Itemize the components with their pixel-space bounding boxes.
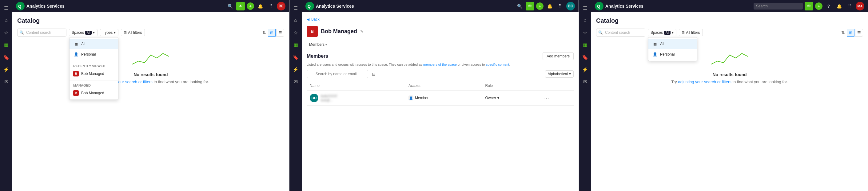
sidebar-menu-icon-3[interactable]: ☰ — [580, 2, 591, 13]
bell-button-3[interactable]: 🔔 — [835, 2, 843, 10]
user-icon-dropdown-3: 👤 — [652, 51, 658, 57]
sidebar-star-icon[interactable]: ☆ — [1, 27, 12, 38]
space-header-2: B Bob Managed ✎ — [307, 26, 574, 37]
panel-1: ☰ ⌂ ☆ ▦ 🔖 ⚡ ✉ Q Analytics Services — [0, 0, 289, 191]
member-name-2: bob////////// — [321, 94, 337, 98]
no-results-chart-1 — [132, 49, 169, 67]
dropdown-all-1[interactable]: ▦ All — [69, 39, 118, 49]
space-nav-2: Members ▾ — [307, 41, 574, 48]
specific-content-link-2[interactable]: specific content — [486, 63, 509, 66]
dropdown-managed-bob-1[interactable]: B Bob Managed — [69, 88, 118, 98]
svg-text:Q: Q — [308, 4, 311, 9]
sidebar-1: ☰ ⌂ ☆ ▦ 🔖 ⚡ ✉ — [0, 0, 12, 191]
topbar-title-2: Analytics Services — [316, 4, 354, 9]
dropdown-managed-bob-label-1: Bob Managed — [81, 91, 104, 95]
adjust-link-3[interactable]: adjusting your search or filters — [678, 80, 731, 84]
sort-icon-1[interactable]: ⇅ — [261, 29, 267, 37]
topbar-search-3[interactable] — [753, 3, 803, 9]
table-row-2: BO bob////////// bob@... 👤 — [307, 90, 574, 106]
sidebar-catalog-icon[interactable]: ▦ — [1, 39, 12, 50]
sidebar-catalog-icon-3[interactable]: ▦ — [580, 39, 591, 50]
add-members-button-2[interactable]: Add members — [542, 52, 574, 60]
sidebar-home-icon[interactable]: ⌂ — [1, 15, 12, 26]
sidebar-message-icon[interactable]: ✉ — [1, 76, 12, 87]
member-icon-2: 👤 — [408, 96, 413, 101]
avatar-button-1[interactable]: BE — [277, 2, 285, 10]
add-button-3[interactable]: + — [815, 2, 823, 10]
avatar-button-2[interactable]: BO — [566, 2, 575, 10]
sidebar-bookmark-icon-2[interactable]: 🔖 — [290, 51, 301, 63]
dropdown-divider-rv-1 — [69, 61, 118, 61]
spaces-label-1: Spaces — [72, 30, 84, 35]
sidebar-message-icon-3[interactable]: ✉ — [580, 76, 591, 87]
space-nav-members-2[interactable]: Members ▾ — [307, 41, 330, 48]
grid-view-btn-3[interactable]: ⊞ — [847, 29, 855, 37]
grid-button-3[interactable]: ⠿ — [845, 2, 854, 10]
topbar-actions-1: 🔍 👁 + 🔔 ⠿ BE — [226, 2, 285, 10]
managed-bob-icon-1: B — [73, 90, 79, 96]
sidebar-connection-icon-3[interactable]: ⚡ — [580, 64, 591, 75]
dropdown-personal-1[interactable]: 👤 Personal — [69, 49, 118, 60]
dropdown-rv-bob-label-1: Bob Managed — [81, 72, 104, 76]
spaces-filter-3[interactable]: Spaces All ▾ ▦ All 👤 Personal — [648, 29, 676, 36]
sidebar-bookmark-icon-3[interactable]: 🔖 — [580, 51, 591, 63]
sidebar-connection-icon[interactable]: ⚡ — [1, 64, 12, 75]
members-search-input-2[interactable] — [307, 70, 368, 78]
content-2: ◀ Back B Bob Managed ✎ Members ▾ — [302, 12, 579, 191]
sidebar-bookmark-icon[interactable]: 🔖 — [1, 51, 12, 63]
sidebar-home-icon-3[interactable]: ⌂ — [580, 15, 591, 26]
dropdown-divider-m-1 — [69, 80, 118, 80]
main-3: Q Analytics Services 👁 + ? 🔔 ⠿ MA Catalo — [591, 0, 868, 191]
sidebar-message-icon-2[interactable]: ✉ — [290, 76, 301, 87]
grid-view-btn-1[interactable]: ⊞ — [268, 29, 276, 37]
sidebar-star-icon-2[interactable]: ☆ — [290, 27, 301, 38]
sort-icon-3[interactable]: ⇅ — [840, 29, 846, 37]
edit-icon-2[interactable]: ✎ — [360, 29, 364, 34]
dropdown-personal-3[interactable]: 👤 Personal — [648, 49, 697, 60]
search-button-1[interactable]: 🔍 — [226, 2, 235, 10]
allfilters-filter-1[interactable]: ⊟ All filters — [121, 29, 145, 36]
sidebar-connection-icon-2[interactable]: ⚡ — [290, 64, 301, 75]
members-filter-icon-2[interactable]: ⊟ — [371, 70, 377, 78]
grid-button-2[interactable]: ⠿ — [556, 2, 564, 10]
rv-bob-icon-1: B — [73, 71, 79, 76]
row-more-btn-2[interactable]: ⋯ — [544, 95, 549, 101]
types-filter-1[interactable]: Types ▾ — [100, 29, 118, 36]
grid-button-1[interactable]: ⠿ — [267, 2, 275, 10]
eye-button-2[interactable]: 👁 — [526, 2, 534, 10]
help-button-3[interactable]: ? — [824, 2, 833, 10]
spaces-filter-1[interactable]: Spaces All ▾ ▦ All 👤 Personal — [69, 29, 97, 36]
no-results-text-3: Try adjusting your search or filters to … — [672, 80, 788, 84]
bell-button-2[interactable]: 🔔 — [545, 2, 554, 10]
eye-button-1[interactable]: 👁 — [236, 2, 245, 10]
user-icon-dropdown-1: 👤 — [73, 51, 79, 57]
search-input-1[interactable] — [17, 29, 66, 37]
avatar-button-3[interactable]: MA — [856, 2, 864, 10]
members-table-2: Name Access Role BO — [307, 81, 574, 106]
eye-button-3[interactable]: 👁 — [805, 2, 813, 10]
logo-2: Q Analytics Services — [305, 2, 354, 10]
sidebar-menu-icon[interactable]: ☰ — [1, 2, 12, 13]
sidebar-home-icon-2[interactable]: ⌂ — [290, 15, 301, 26]
search-input-3[interactable] — [596, 29, 645, 37]
allfilters-filter-3[interactable]: ⊟ All filters — [679, 29, 703, 36]
sort-pill-2[interactable]: Alphabetical ▾ — [545, 70, 574, 78]
content-3: Catalog 🔍 Spaces All ▾ ▦ — [591, 12, 868, 191]
members-link-2[interactable]: members of the space — [423, 63, 457, 66]
dropdown-all-3[interactable]: ▦ All — [648, 39, 697, 49]
sidebar-star-icon-3[interactable]: ☆ — [580, 27, 591, 38]
bell-button-1[interactable]: 🔔 — [256, 2, 265, 10]
role-select-2[interactable]: Owner ▾ — [485, 96, 538, 100]
sidebar-menu-icon-2[interactable]: ☰ — [290, 2, 301, 13]
list-view-btn-3[interactable]: ☰ — [855, 29, 863, 37]
td-access-2: 👤 Member — [405, 90, 482, 106]
back-link-2[interactable]: ◀ Back — [307, 17, 574, 22]
topbar-actions-2: 🔍 👁 + 🔔 ⠿ BO — [515, 2, 575, 10]
dropdown-rv-bob-1[interactable]: B Bob Managed — [69, 69, 118, 79]
dropdown-all-label-1: All — [81, 42, 85, 46]
list-view-btn-1[interactable]: ☰ — [276, 29, 284, 37]
sidebar-catalog-icon-2[interactable]: ▦ — [290, 39, 301, 50]
add-button-1[interactable]: + — [247, 2, 254, 10]
add-button-2[interactable]: + — [536, 2, 544, 10]
search-button-2[interactable]: 🔍 — [515, 2, 524, 10]
